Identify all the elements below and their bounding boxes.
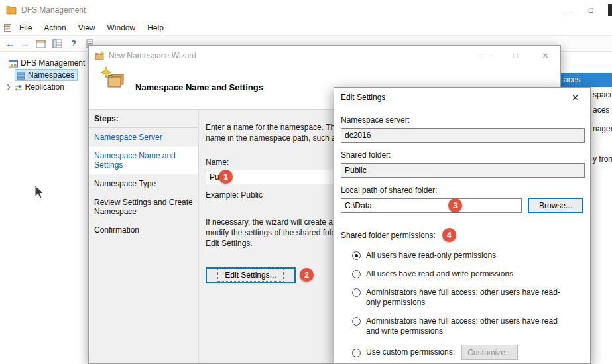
mouse-cursor bbox=[34, 185, 45, 200]
radio-custom-permissions[interactable]: Use custom permissions: Customize... bbox=[341, 345, 583, 360]
radio-button-icon bbox=[352, 270, 361, 278]
right-pane-text-fragment: y from bbox=[593, 154, 612, 164]
close-button-partial[interactable] bbox=[608, 4, 612, 16]
wizard-close-button[interactable]: ✕ bbox=[530, 46, 560, 65]
radio-button-icon bbox=[352, 251, 361, 260]
dfs-folder-icon bbox=[6, 5, 17, 15]
wizard-minimize-button[interactable]: — bbox=[471, 46, 501, 65]
main-window-title: DFS Management bbox=[21, 5, 86, 15]
replication-icon bbox=[14, 83, 23, 91]
shared-folder-label: Shared folder: bbox=[341, 151, 583, 160]
annotation-badge-1: 1 bbox=[219, 170, 233, 184]
step-review-settings-and-create-namespace: Review Settings and Create Namespace bbox=[89, 193, 198, 221]
namespace-server-label: Namespace server: bbox=[341, 115, 583, 125]
local-path-row: 3 Browse... bbox=[341, 198, 583, 213]
tree-item-label: DFS Management bbox=[21, 58, 85, 68]
permissions-label: Shared folder permissions: bbox=[341, 231, 436, 240]
console-tree-button[interactable] bbox=[51, 38, 63, 50]
minimize-button[interactable]: — bbox=[555, 0, 579, 20]
menu-window[interactable]: Window bbox=[101, 21, 142, 34]
tree-item-dfs-management[interactable]: DFS Management bbox=[0, 57, 88, 69]
namespace-server-input[interactable] bbox=[341, 128, 585, 143]
step-namespace-name-and-settings[interactable]: Namespace Name and Settings bbox=[89, 147, 198, 174]
wizard-page-title: Namespace Name and Settings bbox=[135, 82, 263, 92]
shared-folder-input[interactable] bbox=[341, 163, 585, 178]
wizard-steps-panel: Steps: Namespace Server Namespace Name a… bbox=[89, 110, 199, 363]
right-pane-text-fragment: aces t... bbox=[593, 105, 612, 115]
namespace-wizard-icon bbox=[99, 66, 127, 91]
menu-bar: File Action View Window Help bbox=[0, 20, 612, 35]
radio-label: Administrators have full access; other u… bbox=[366, 316, 565, 336]
tree-row-namespaces: Namespaces bbox=[0, 69, 88, 81]
local-path-input-wrap: 3 bbox=[341, 198, 522, 213]
menu-view[interactable]: View bbox=[72, 21, 101, 34]
local-path-input[interactable] bbox=[341, 198, 522, 213]
permissions-label-row: Shared folder permissions: 4 bbox=[341, 228, 583, 242]
customize-button-label: Customize... bbox=[467, 348, 512, 357]
steps-heading: Steps: bbox=[89, 114, 198, 127]
edit-settings-title: Edit Settings bbox=[341, 93, 385, 102]
step-confirmation: Confirmation bbox=[89, 221, 198, 239]
radio-button-icon bbox=[352, 349, 361, 357]
show-window-button[interactable] bbox=[34, 38, 46, 50]
window-icon bbox=[36, 39, 46, 48]
tree-item-label: Replication bbox=[25, 82, 64, 91]
console-tree: DFS Management Namespaces ❯ Replication bbox=[0, 52, 88, 364]
menu-help[interactable]: Help bbox=[141, 21, 170, 34]
forward-button[interactable]: → bbox=[20, 38, 30, 48]
edit-settings-button[interactable]: Edit Settings... bbox=[206, 267, 296, 283]
new-namespace-icon bbox=[94, 51, 105, 60]
wizard-title: New Namespace Wizard bbox=[109, 51, 196, 60]
tree-item-namespaces[interactable]: Namespaces bbox=[15, 69, 78, 81]
browse-button[interactable]: Browse... bbox=[528, 198, 583, 213]
menu-action[interactable]: Action bbox=[38, 21, 72, 34]
main-window-titlebar[interactable]: DFS Management — □ bbox=[0, 0, 612, 20]
desktop: DFS Management — □ File Action View Wind… bbox=[0, 0, 612, 364]
radio-label: Use custom permissions: bbox=[366, 347, 455, 357]
edit-settings-body: Namespace server: Shared folder: Local p… bbox=[334, 115, 590, 360]
step-namespace-type: Namespace Type bbox=[89, 174, 198, 193]
step-namespace-server[interactable]: Namespace Server bbox=[89, 128, 198, 147]
radio-label: All users have read and write permission… bbox=[366, 269, 513, 279]
console-root-icon bbox=[9, 59, 18, 68]
radio-button-icon bbox=[352, 288, 361, 297]
chevron-right-icon[interactable]: ❯ bbox=[6, 84, 11, 90]
edit-settings-dialog: Edit Settings ✕ Namespace server: Shared… bbox=[334, 87, 591, 364]
annotation-badge-3: 3 bbox=[448, 198, 462, 212]
edit-settings-button-wrap: Edit Settings... 2 bbox=[206, 267, 296, 283]
wizard-window-controls: — □ ✕ bbox=[471, 46, 560, 65]
radio-admin-full-users-read-only[interactable]: Administrators have full access; other u… bbox=[341, 288, 583, 308]
browse-button-label: Browse... bbox=[539, 201, 572, 210]
radio-label: Administrators have full access; other u… bbox=[366, 288, 565, 308]
radio-all-read-write[interactable]: All users have read and write permission… bbox=[341, 269, 583, 279]
wizard-titlebar[interactable]: New Namespace Wizard — □ ✕ bbox=[89, 46, 560, 65]
results-column-header[interactable]: aces bbox=[561, 73, 612, 87]
back-button[interactable]: ← bbox=[5, 38, 15, 48]
wizard-maximize-button[interactable]: □ bbox=[501, 46, 530, 65]
radio-button-icon bbox=[352, 317, 361, 326]
right-pane-text-fragment: space... bbox=[593, 90, 612, 99]
customize-button[interactable]: Customize... bbox=[461, 345, 518, 360]
edit-settings-button-label: Edit Settings... bbox=[217, 269, 283, 282]
radio-label: All users have read-only permissions bbox=[366, 251, 496, 261]
edit-settings-titlebar[interactable]: Edit Settings ✕ bbox=[334, 88, 590, 107]
namespaces-icon bbox=[17, 71, 25, 80]
annotation-badge-4: 4 bbox=[442, 228, 456, 242]
tree-item-replication[interactable]: ❯ Replication bbox=[0, 81, 88, 93]
radio-all-read-only[interactable]: All users have read-only permissions bbox=[341, 251, 583, 261]
console-tree-icon bbox=[52, 39, 62, 48]
window-controls: — □ bbox=[555, 0, 603, 20]
annotation-badge-2: 2 bbox=[300, 268, 314, 282]
radio-admin-full-users-read-write[interactable]: Administrators have full access; other u… bbox=[341, 316, 583, 336]
tree-item-label: Namespaces bbox=[28, 70, 74, 80]
console-document-icon bbox=[3, 23, 12, 32]
local-path-label: Local path of shared folder: bbox=[341, 186, 583, 196]
right-pane-text-fragment: nagem bbox=[593, 124, 612, 133]
help-button[interactable]: ? bbox=[68, 38, 80, 50]
menu-file[interactable]: File bbox=[13, 21, 38, 34]
edit-settings-close-button[interactable]: ✕ bbox=[560, 88, 590, 107]
maximize-button[interactable]: □ bbox=[579, 0, 603, 20]
